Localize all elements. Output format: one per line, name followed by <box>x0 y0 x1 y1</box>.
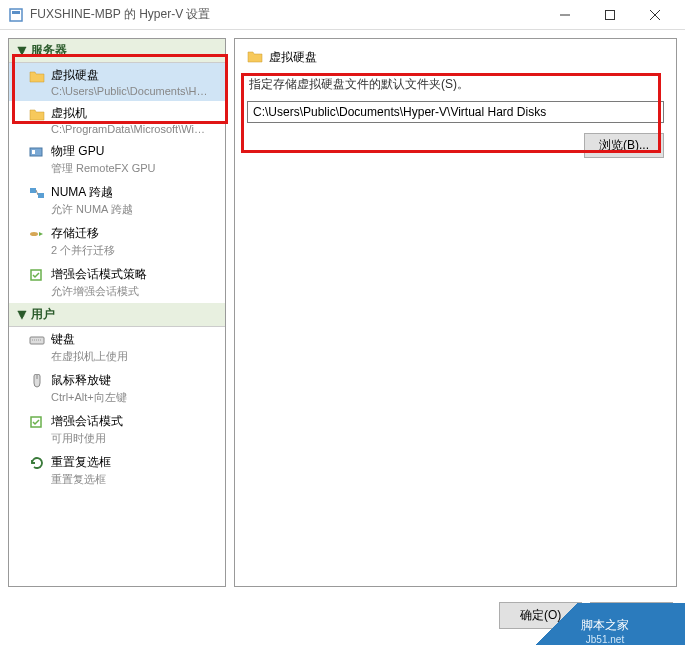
section-header-user[interactable]: ⯆ 用户 <box>9 303 225 327</box>
nav-enhanced-session-mode[interactable]: 增强会话模式 可用时使用 <box>9 409 225 450</box>
detail-title: 虚拟硬盘 <box>269 49 317 66</box>
nav-sublabel: 重置复选框 <box>51 472 111 487</box>
navigation-panel: ⯆ 服务器 虚拟硬盘 C:\Users\Public\Documents\Hyp… <box>8 38 226 587</box>
nav-enhanced-session-policy[interactable]: 增强会话模式策略 允许增强会话模式 <box>9 262 225 303</box>
nav-physical-gpu[interactable]: 物理 GPU 管理 RemoteFX GPU <box>9 139 225 180</box>
nav-label: 虚拟硬盘 <box>51 67 211 84</box>
minimize-button[interactable] <box>542 1 587 29</box>
svg-rect-7 <box>32 150 35 154</box>
migration-icon <box>29 226 45 242</box>
maximize-button[interactable] <box>587 1 632 29</box>
content-area: ⯆ 服务器 虚拟硬盘 C:\Users\Public\Documents\Hyp… <box>0 30 685 595</box>
nav-sublabel: 允许 NUMA 跨越 <box>51 202 133 217</box>
svg-rect-8 <box>30 188 36 193</box>
nav-label: 增强会话模式 <box>51 413 123 430</box>
svg-rect-3 <box>605 10 614 19</box>
nav-mouse-release[interactable]: 鼠标释放键 Ctrl+Alt+向左键 <box>9 368 225 409</box>
nav-virtual-hard-disk[interactable]: 虚拟硬盘 C:\Users\Public\Documents\Hyper-... <box>9 63 225 101</box>
nav-numa[interactable]: NUMA 跨越 允许 NUMA 跨越 <box>9 180 225 221</box>
nav-sublabel: C:\ProgramData\Microsoft\Windo... <box>51 123 211 135</box>
close-button[interactable] <box>632 1 677 29</box>
nav-sublabel: 在虚拟机上使用 <box>51 349 128 364</box>
nav-keyboard[interactable]: 键盘 在虚拟机上使用 <box>9 327 225 368</box>
nav-label: 重置复选框 <box>51 454 111 471</box>
window-controls <box>542 1 677 29</box>
folder-icon <box>29 106 45 122</box>
section-label: 服务器 <box>31 42 67 59</box>
folder-icon <box>247 49 263 66</box>
nav-label: 键盘 <box>51 331 128 348</box>
path-input[interactable] <box>247 101 664 123</box>
browse-button[interactable]: 浏览(B)... <box>584 133 664 158</box>
watermark: 脚本之家 Jb51.net <box>535 603 685 645</box>
svg-rect-9 <box>38 193 44 198</box>
svg-rect-0 <box>10 9 22 21</box>
reset-icon <box>29 455 45 471</box>
section-header-server[interactable]: ⯆ 服务器 <box>9 39 225 63</box>
section-label: 用户 <box>31 306 55 323</box>
nav-sublabel: 2 个并行迁移 <box>51 243 115 258</box>
nav-label: 存储迁移 <box>51 225 115 242</box>
nav-sublabel: 可用时使用 <box>51 431 123 446</box>
detail-description: 指定存储虚拟硬盘文件的默认文件夹(S)。 <box>247 76 664 93</box>
nav-virtual-machine[interactable]: 虚拟机 C:\ProgramData\Microsoft\Windo... <box>9 101 225 139</box>
mouse-icon <box>29 373 45 389</box>
nav-reset-checkbox[interactable]: 重置复选框 重置复选框 <box>9 450 225 491</box>
watermark-name: 脚本之家 <box>581 617 629 634</box>
keyboard-icon <box>29 332 45 348</box>
svg-rect-1 <box>12 11 20 14</box>
session-icon <box>29 414 45 430</box>
svg-line-10 <box>36 190 38 195</box>
titlebar: FUXSHINE-MBP 的 Hyper-V 设置 <box>0 0 685 30</box>
app-icon <box>8 7 24 23</box>
policy-icon <box>29 267 45 283</box>
watermark-url: Jb51.net <box>586 634 624 645</box>
nav-label: 增强会话模式策略 <box>51 266 147 283</box>
detail-header: 虚拟硬盘 <box>247 49 664 66</box>
nav-label: 物理 GPU <box>51 143 156 160</box>
nav-label: NUMA 跨越 <box>51 184 133 201</box>
gpu-icon <box>29 144 45 160</box>
nav-sublabel: 管理 RemoteFX GPU <box>51 161 156 176</box>
svg-point-11 <box>30 232 38 236</box>
svg-rect-6 <box>30 148 42 156</box>
nav-storage-migration[interactable]: 存储迁移 2 个并行迁移 <box>9 221 225 262</box>
detail-panel: 虚拟硬盘 指定存储虚拟硬盘文件的默认文件夹(S)。 浏览(B)... <box>234 38 677 587</box>
expand-icon: ⯆ <box>17 309 27 320</box>
nav-sublabel: 允许增强会话模式 <box>51 284 147 299</box>
nav-label: 虚拟机 <box>51 105 211 122</box>
folder-icon <box>29 68 45 84</box>
window-title: FUXSHINE-MBP 的 Hyper-V 设置 <box>30 6 542 23</box>
numa-icon <box>29 185 45 201</box>
nav-sublabel: Ctrl+Alt+向左键 <box>51 390 127 405</box>
nav-sublabel: C:\Users\Public\Documents\Hyper-... <box>51 85 211 97</box>
nav-label: 鼠标释放键 <box>51 372 127 389</box>
expand-icon: ⯆ <box>17 45 27 56</box>
